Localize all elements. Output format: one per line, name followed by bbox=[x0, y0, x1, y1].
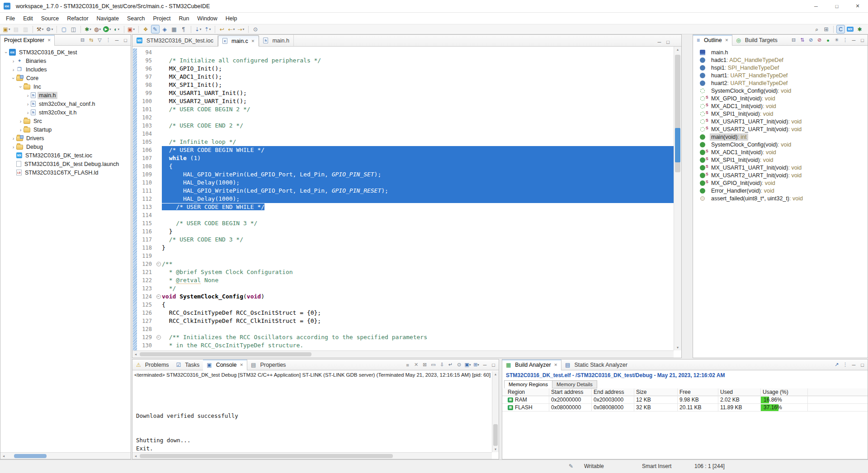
code-line[interactable]: 114 bbox=[132, 211, 674, 219]
outline-item-mx-adc1-init-void[interactable]: SMX_ADC1_Init(void) : void bbox=[693, 148, 868, 156]
project-tree[interactable]: ›IDESTM32C0316_DK_test›✦Binaries›❐Includ… bbox=[0, 47, 131, 452]
expander-icon[interactable]: › bbox=[25, 110, 31, 115]
code-line[interactable]: 124−void SystemClock_Config(void) bbox=[132, 293, 674, 301]
line-number[interactable]: 108 bbox=[138, 163, 155, 170]
line-number[interactable]: 130 bbox=[138, 342, 155, 349]
code-text[interactable]: * @retval None bbox=[162, 276, 674, 284]
line-number[interactable]: 100 bbox=[138, 98, 155, 104]
console-vertical-scrollbar[interactable]: ▴ ▾ bbox=[492, 371, 499, 452]
maximize-panel-icon[interactable]: □ bbox=[490, 361, 497, 369]
code-line[interactable]: 112 HAL_Delay(1000); bbox=[132, 195, 674, 203]
code-text[interactable] bbox=[162, 211, 674, 219]
code-line[interactable]: 100 MX_USART2_UART_Init(); bbox=[132, 97, 674, 105]
expander-icon[interactable]: › bbox=[25, 101, 31, 107]
line-number[interactable]: 110 bbox=[138, 180, 155, 186]
tab-build-targets[interactable]: ◎Build Targets bbox=[732, 35, 781, 46]
code-text[interactable]: RCC_ClkInitTypeDef RCC_ClkInitStruct = {… bbox=[162, 317, 674, 325]
column-header-region[interactable]: Region bbox=[506, 388, 549, 396]
close-tab-icon[interactable]: ✕ bbox=[725, 38, 729, 43]
code-line[interactable]: 116 } bbox=[132, 227, 674, 236]
code-line[interactable]: 103 /* USER CODE END 2 */ bbox=[132, 122, 674, 130]
show-selected-console-icon[interactable]: ▣▾ bbox=[464, 361, 472, 369]
expander-icon[interactable]: › bbox=[18, 118, 24, 124]
code-line[interactable]: 99 MX_USART1_UART_Init(); bbox=[132, 89, 674, 97]
fold-marker-icon[interactable]: − bbox=[155, 294, 162, 299]
code-text[interactable]: HAL_Delay(1000); bbox=[162, 179, 674, 187]
tab-project-explorer[interactable]: Project Explorer✕ bbox=[0, 35, 55, 46]
outline-item-hspi1[interactable]: hspi1 : SPI_HandleTypeDef bbox=[693, 64, 868, 71]
code-line[interactable]: 130 * in the RCC_OscInitTypeDef structur… bbox=[132, 341, 674, 350]
code-text[interactable]: /* USER CODE BEGIN 3 */ bbox=[162, 219, 674, 227]
show-view-icon[interactable]: ▦ bbox=[170, 25, 179, 33]
show-whitespace-icon[interactable]: ¶ bbox=[179, 25, 188, 33]
code-text[interactable]: /* USER CODE BEGIN 2 */ bbox=[162, 105, 674, 114]
perspective-debug-icon[interactable]: ✱ bbox=[855, 25, 864, 33]
code-text[interactable]: /* Infinite loop */ bbox=[162, 138, 674, 146]
hide-static-members-icon[interactable]: ⊘ bbox=[816, 36, 823, 44]
code-text[interactable]: HAL_Delay(1000); bbox=[162, 195, 674, 203]
code-text[interactable]: /* USER CODE END 2 */ bbox=[162, 122, 674, 130]
code-line[interactable]: 123 */ bbox=[132, 284, 674, 293]
code-text[interactable]: /* USER CODE END WHILE */ bbox=[162, 203, 674, 211]
line-number[interactable]: 99 bbox=[138, 90, 155, 96]
line-number[interactable]: 126 bbox=[138, 310, 155, 316]
tab-tasks[interactable]: ☑Tasks bbox=[173, 359, 203, 370]
code-line[interactable]: 119 bbox=[132, 252, 674, 260]
open-perspective-icon[interactable]: ⊞ bbox=[822, 25, 830, 33]
expander-icon[interactable]: › bbox=[18, 127, 24, 132]
code-text[interactable] bbox=[162, 114, 674, 122]
line-number[interactable]: 101 bbox=[138, 106, 155, 113]
code-text[interactable] bbox=[162, 48, 674, 57]
editor-horizontal-scrollbar[interactable]: ◂ bbox=[132, 350, 674, 358]
menu-navigate[interactable]: Navigate bbox=[93, 14, 123, 24]
search-icon[interactable]: ⌕ bbox=[812, 25, 821, 33]
line-number[interactable]: 104 bbox=[138, 131, 155, 137]
code-line[interactable]: 127 RCC_ClkInitTypeDef RCC_ClkInitStruct… bbox=[132, 317, 674, 325]
line-number[interactable]: 129 bbox=[138, 334, 155, 341]
expander-icon[interactable]: › bbox=[10, 58, 16, 64]
pin-editor-icon[interactable]: ⊙ bbox=[251, 25, 260, 33]
line-number[interactable]: 117 bbox=[138, 236, 155, 243]
code-text[interactable]: HAL_GPIO_WritePin(Led_GPIO_Port, Led_Pin… bbox=[162, 187, 674, 195]
line-number[interactable]: 118 bbox=[138, 245, 155, 251]
menu-edit[interactable]: Edit bbox=[19, 14, 37, 24]
expander-icon[interactable]: › bbox=[10, 67, 16, 72]
explorer-horizontal-scrollbar[interactable]: ◂ bbox=[0, 452, 131, 459]
code-line[interactable]: 95 /* Initialize all configured peripher… bbox=[132, 57, 674, 65]
expander-icon[interactable]: › bbox=[11, 75, 16, 81]
outline-item-mx-gpio-init-void[interactable]: SMX_GPIO_Init(void) : void bbox=[693, 95, 868, 102]
code-line[interactable]: 110 HAL_Delay(1000); bbox=[132, 179, 674, 187]
expander-icon[interactable]: › bbox=[10, 144, 16, 150]
code-line[interactable]: 120−/** bbox=[132, 260, 674, 268]
line-number[interactable]: 116 bbox=[138, 228, 155, 235]
code-line[interactable]: 118} bbox=[132, 244, 674, 252]
code-text[interactable]: { bbox=[162, 301, 674, 309]
code-line[interactable]: 126 RCC_OscInitTypeDef RCC_OscInitStruct… bbox=[132, 309, 674, 317]
view-menu-icon[interactable]: ⋮ bbox=[841, 36, 849, 44]
new-wizard-icon[interactable]: ▣▾ bbox=[2, 25, 11, 33]
line-number[interactable]: 96 bbox=[138, 66, 155, 72]
code-text[interactable] bbox=[162, 252, 674, 260]
outline-item-mx-adc1-init-void[interactable]: SMX_ADC1_Init(void) : void bbox=[693, 102, 868, 110]
tab-main-c[interactable]: cmain.c✕ bbox=[218, 35, 259, 47]
maximize-panel-icon[interactable]: □ bbox=[664, 38, 672, 46]
minimize-panel-icon[interactable]: ─ bbox=[850, 361, 858, 369]
outline-item-error-handler-void[interactable]: Error_Handler(void) : void bbox=[693, 187, 868, 194]
tree-item-src[interactable]: ›Src bbox=[0, 117, 131, 125]
code-text[interactable]: * @brief System Clock Configuration bbox=[162, 268, 674, 276]
code-text[interactable]: MX_GPIO_Init(); bbox=[162, 65, 674, 73]
maximize-window-button[interactable]: □ bbox=[826, 0, 847, 12]
subtab-memory-details[interactable]: Memory Details bbox=[552, 380, 597, 388]
code-text[interactable]: /* Initialize all configured peripherals… bbox=[162, 57, 674, 65]
menu-window[interactable]: Window bbox=[193, 14, 221, 24]
close-tab-icon[interactable]: ✕ bbox=[47, 38, 51, 43]
code-text[interactable]: * in the RCC_OscInitTypeDef structure. bbox=[162, 341, 674, 350]
code-line[interactable]: 98 MX_SPI1_Init(); bbox=[132, 81, 674, 89]
menu-file[interactable]: File bbox=[2, 14, 19, 24]
code-line[interactable]: 96 MX_GPIO_Init(); bbox=[132, 65, 674, 73]
fold-marker-icon[interactable]: − bbox=[155, 262, 162, 266]
minimize-panel-icon[interactable]: ─ bbox=[850, 36, 858, 44]
scroll-down-icon[interactable]: ▾ bbox=[492, 447, 499, 451]
code-text[interactable]: /** bbox=[162, 260, 674, 268]
tree-item-binaries[interactable]: ›✦Binaries bbox=[0, 57, 131, 65]
